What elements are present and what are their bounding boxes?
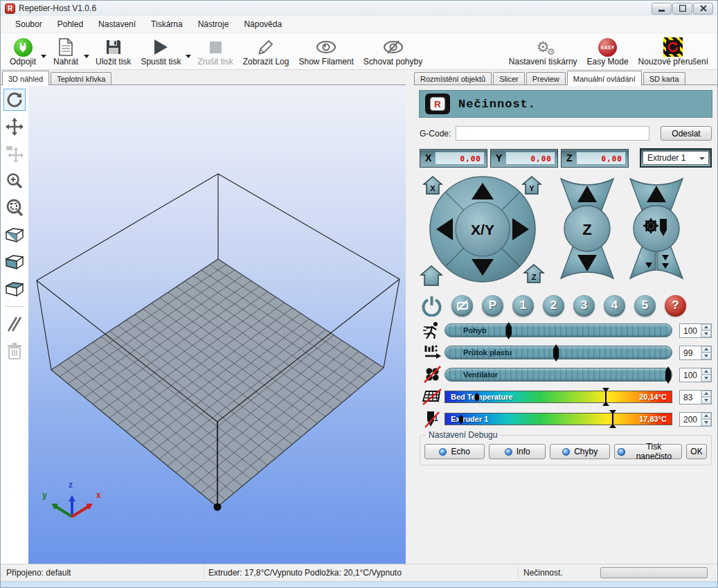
speed-spinbox[interactable]: 100 xyxy=(679,323,712,338)
menu-napoveda[interactable]: Nápověda xyxy=(236,17,289,32)
parallel-projection-button[interactable] xyxy=(3,313,26,335)
help-button[interactable]: ? xyxy=(665,295,686,317)
fan-slider[interactable]: Ventilátor xyxy=(445,368,672,382)
bed-temp-down-icon[interactable] xyxy=(701,397,711,404)
show-log-button[interactable]: Zobrazit Log xyxy=(238,33,294,69)
printer-settings-button[interactable]: ⚙⚙ Nastavení tiskárny xyxy=(504,33,582,69)
bed-target-marker[interactable] xyxy=(605,389,607,405)
speed-slider-row: Pohyb 100 xyxy=(420,321,712,339)
tab-manual-control[interactable]: Manuální ovládání xyxy=(567,71,642,85)
flow-up-icon[interactable] xyxy=(701,346,711,353)
panel-splitter[interactable] xyxy=(406,70,414,564)
bed-temp-spinbox[interactable]: 83 xyxy=(679,390,712,404)
speed-up-icon[interactable] xyxy=(701,324,711,331)
show-filament-button[interactable]: Show Filament xyxy=(294,33,358,69)
fan-slider-thumb[interactable] xyxy=(665,366,672,384)
debug-dry-run-button[interactable]: Tisk nanečisto xyxy=(614,444,682,459)
extruder-select[interactable]: Extruder 1 xyxy=(643,151,709,165)
speed-slider-thumb[interactable] xyxy=(505,322,512,339)
rotate-view-button[interactable] xyxy=(3,89,26,111)
app-icon: R xyxy=(5,3,15,14)
preset-3-button[interactable]: 3 xyxy=(573,295,595,317)
flow-down-icon[interactable] xyxy=(701,353,711,359)
preset-2-button[interactable]: 2 xyxy=(543,295,564,317)
flow-slider-thumb[interactable] xyxy=(553,344,559,362)
menu-tiskarna[interactable]: Tiskárna xyxy=(143,17,190,32)
zoom-fit-button[interactable] xyxy=(3,197,26,219)
bed-temp-slider[interactable]: Bed Temperature 20,14°C xyxy=(445,391,672,403)
speed-slider[interactable]: Pohyb xyxy=(445,323,672,337)
preset-1-button[interactable]: 1 xyxy=(512,295,534,317)
preset-5-button[interactable]: 5 xyxy=(634,295,656,317)
menu-nastroje[interactable]: Nástroje xyxy=(190,17,237,32)
minimize-button[interactable] xyxy=(652,3,672,15)
easy-mode-button[interactable]: EASY Easy Mode xyxy=(582,33,634,69)
zoom-in-button[interactable] xyxy=(3,170,26,192)
start-print-dropdown-icon[interactable] xyxy=(186,55,191,58)
3d-viewport[interactable]: y z x xyxy=(28,85,406,564)
fan-up-icon[interactable] xyxy=(701,368,711,375)
toolbar-divider xyxy=(6,306,24,307)
tab-slicer[interactable]: Slicer xyxy=(493,72,525,85)
isometric-view-button[interactable] xyxy=(3,224,26,246)
debug-echo-button[interactable]: Echo xyxy=(424,444,485,459)
save-print-button[interactable]: Uložit tisk xyxy=(91,33,136,69)
top-view-icon xyxy=(5,280,24,298)
disconnect-button[interactable]: Odpojit xyxy=(5,33,41,69)
led-icon xyxy=(439,448,447,456)
debug-errors-button[interactable]: Chyby xyxy=(550,444,610,459)
tab-3d-preview[interactable]: 3D náhled xyxy=(2,71,49,85)
close-button[interactable] xyxy=(693,3,713,15)
extruder-temp-row: 1 Extruder 1 17,83°C 200 xyxy=(420,410,712,428)
speed-down-icon[interactable] xyxy=(701,330,711,337)
fan-spinbox[interactable]: 100 xyxy=(679,368,712,382)
disconnect-dropdown-icon[interactable] xyxy=(41,55,46,58)
play-icon xyxy=(152,37,169,57)
power-button[interactable] xyxy=(421,295,442,317)
front-view-button[interactable] xyxy=(3,251,26,273)
load-button[interactable]: Nahrát xyxy=(48,33,84,69)
axis-triad-icon: y z x xyxy=(42,480,101,517)
motors-off-button[interactable] xyxy=(451,295,473,317)
extruder-target-marker[interactable] xyxy=(612,411,613,427)
extruder-jog-control[interactable] xyxy=(627,176,685,281)
fan-down-icon[interactable] xyxy=(701,375,711,382)
tab-object-placement[interactable]: Rozmístění objektů xyxy=(414,72,492,85)
send-button[interactable]: Odeslat xyxy=(661,126,712,141)
home-z-button[interactable]: Z xyxy=(523,264,545,283)
flow-spinbox[interactable]: 99 xyxy=(679,346,712,360)
top-view-button[interactable] xyxy=(3,278,26,300)
menu-nastaveni[interactable]: Nastavení xyxy=(91,17,143,32)
xy-pad-label: X/Y xyxy=(471,222,494,238)
bed-temp-up-icon[interactable] xyxy=(701,391,711,398)
extruder-temp-spinbox[interactable]: 200 xyxy=(679,412,712,427)
hide-travel-button[interactable]: Schovat pohyby xyxy=(359,33,427,69)
park-button[interactable]: P xyxy=(482,295,503,317)
preset-4-button[interactable]: 4 xyxy=(604,295,625,317)
move-view-button[interactable] xyxy=(3,116,26,138)
maximize-button[interactable] xyxy=(672,3,692,15)
home-x-button[interactable]: X xyxy=(422,176,443,195)
z-jog-control[interactable]: Z xyxy=(558,176,616,281)
debug-info-button[interactable]: Info xyxy=(489,444,546,459)
flow-slider[interactable]: Průtok plastu xyxy=(445,346,672,359)
parallel-projection-icon xyxy=(6,316,24,332)
resize-grip[interactable]: .: xyxy=(711,573,716,580)
gcode-input[interactable] xyxy=(456,126,649,141)
extruder-temp-up-icon[interactable] xyxy=(701,413,711,420)
extruder-temp-down-icon[interactable] xyxy=(701,419,711,426)
extruder-off-icon: 1 xyxy=(420,410,445,428)
tab-temperature-curve[interactable]: Teplotní křivka xyxy=(51,72,111,85)
tab-sd-card[interactable]: SD karta xyxy=(643,72,685,85)
debug-ok-button[interactable]: OK xyxy=(686,444,707,459)
menu-soubor[interactable]: Soubor xyxy=(8,17,50,32)
emergency-stop-button[interactable]: Nouzové přerušení xyxy=(634,33,713,69)
menu-bar: Soubor Pohled Nastavení Tiskárna Nástroj… xyxy=(1,16,717,33)
home-all-button[interactable] xyxy=(420,265,443,286)
tab-preview[interactable]: Preview xyxy=(526,72,566,85)
load-dropdown-icon[interactable] xyxy=(84,55,89,58)
menu-pohled[interactable]: Pohled xyxy=(50,17,91,32)
start-print-button[interactable]: Spustit tisk xyxy=(136,33,186,69)
home-y-button[interactable]: Y xyxy=(521,176,542,195)
extruder-temp-slider[interactable]: Extruder 1 17,83°C xyxy=(445,413,672,425)
